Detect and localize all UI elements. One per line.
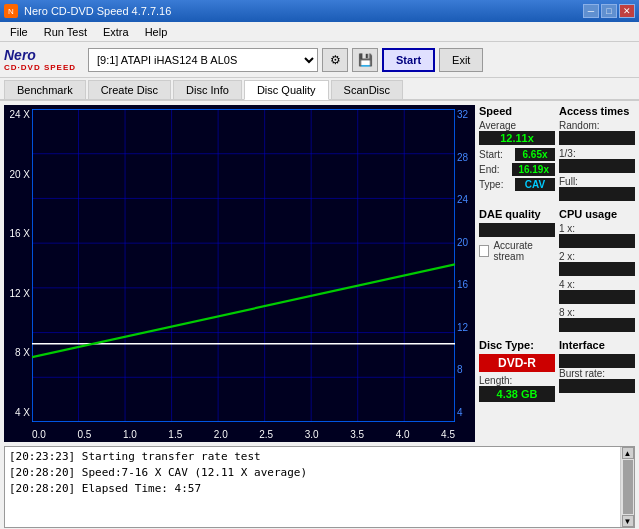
cpu-4x-label: 4 x: [559,279,635,290]
side-panel: Speed Average 12.11x Start: 6.65x End: 1… [479,101,639,446]
speed-type-label: Type: [479,179,503,190]
cpu-panel: CPU usage 1 x: 2 x: 4 x: 8 x: [559,208,635,335]
chart-canvas [32,109,455,422]
toolbar: Nero CD·DVD SPEED [9:1] ATAPI iHAS124 B … [0,42,639,78]
y-right-8: 8 [457,364,463,375]
accurate-stream-label: Accurate stream [493,240,555,262]
speed-average-value: 12.11x [479,131,555,145]
nero-logo-top: Nero [4,47,36,63]
log-content: [20:23:23] Starting transfer rate test [… [5,447,620,527]
menu-file[interactable]: File [2,24,36,40]
title-bar: N Nero CD-DVD Speed 4.7.7.16 ─ □ ✕ [0,0,639,22]
window-controls: ─ □ ✕ [583,4,635,18]
cpu-8x-label: 8 x: [559,307,635,318]
x-label-45: 4.5 [441,429,455,440]
scroll-down-button[interactable]: ▼ [622,515,634,527]
tab-bar: Benchmark Create Disc Disc Info Disc Qua… [0,78,639,101]
y-label-8: 8 X [15,347,30,358]
speed-access-row: Speed Average 12.11x Start: 6.65x End: 1… [479,105,635,204]
speed-end-label: End: [479,164,500,175]
speed-start-value: 6.65x [515,148,555,161]
accurate-stream-checkbox[interactable] [479,245,489,257]
maximize-button[interactable]: □ [601,4,617,18]
log-scrollbar[interactable]: ▲ ▼ [620,447,634,527]
toolbar-btn-1[interactable]: ⚙ [322,48,348,72]
log-line-2: [20:28:20] Speed:7-16 X CAV (12.11 X ave… [9,465,616,481]
tab-scan-disc[interactable]: ScanDisc [331,80,403,99]
y-label-20: 20 X [9,169,30,180]
interface-panel: Interface Burst rate: [559,339,635,402]
interface-title: Interface [559,339,635,351]
app-icon: N [4,4,18,18]
y-label-4: 4 X [15,407,30,418]
speed-end-value: 16.19x [512,163,555,176]
tab-disc-quality[interactable]: Disc Quality [244,80,329,100]
speed-panel: Speed Average 12.11x Start: 6.65x End: 1… [479,105,555,204]
cpu-4x-bar [559,290,635,304]
scroll-up-button[interactable]: ▲ [622,447,634,459]
y-label-16: 16 X [9,228,30,239]
y-axis-right: 32 28 24 20 16 12 8 4 [455,105,475,422]
chart-svg [32,109,455,422]
tab-benchmark[interactable]: Benchmark [4,80,86,99]
interface-bar [559,354,635,368]
log-area: [20:23:23] Starting transfer rate test [… [4,446,635,528]
x-axis: 0.0 0.5 1.0 1.5 2.0 2.5 3.0 3.5 4.0 4.5 [32,429,455,440]
burst-rate-label: Burst rate: [559,368,635,379]
x-label-25: 2.5 [259,429,273,440]
exit-button[interactable]: Exit [439,48,483,72]
access-onethird-bar [559,159,635,173]
access-panel: Access times Random: 1/3: Full: [559,105,635,204]
disc-length-label: Length: [479,375,555,386]
y-label-12: 12 X [9,288,30,299]
x-label-4: 4.0 [396,429,410,440]
x-label-05: 0.5 [77,429,91,440]
menu-help[interactable]: Help [137,24,176,40]
nero-logo: Nero CD·DVD SPEED [4,47,76,72]
disc-length-value: 4.38 GB [479,386,555,402]
x-label-15: 1.5 [168,429,182,440]
x-label-0: 0.0 [32,429,46,440]
tab-create-disc[interactable]: Create Disc [88,80,171,99]
cpu-2x-label: 2 x: [559,251,635,262]
window-title: Nero CD-DVD Speed 4.7.7.16 [24,5,171,17]
x-label-2: 2.0 [214,429,228,440]
drive-selector[interactable]: [9:1] ATAPI iHAS124 B AL0S [88,48,318,72]
dae-cpu-row: DAE quality Accurate stream CPU usage 1 … [479,208,635,335]
y-right-16: 16 [457,279,468,290]
close-button[interactable]: ✕ [619,4,635,18]
log-line-3: [20:28:20] Elapsed Time: 4:57 [9,481,616,497]
disc-interface-row: Disc Type: DVD-R Length: 4.38 GB Interfa… [479,339,635,402]
menu-run-test[interactable]: Run Test [36,24,95,40]
y-axis-left: 24 X 20 X 16 X 12 X 8 X 4 X [4,105,32,422]
x-label-1: 1.0 [123,429,137,440]
access-full-label: Full: [559,176,635,187]
access-random-bar [559,131,635,145]
disc-panel: Disc Type: DVD-R Length: 4.38 GB [479,339,555,402]
start-button[interactable]: Start [382,48,435,72]
dae-quality-bar [479,223,555,237]
y-right-28: 28 [457,152,468,163]
y-right-24: 24 [457,194,468,205]
access-onethird-label: 1/3: [559,148,635,159]
y-right-20: 20 [457,237,468,248]
main-content: 24 X 20 X 16 X 12 X 8 X 4 X 32 28 24 20 … [0,101,639,446]
scroll-thumb[interactable] [623,460,633,514]
cpu-8x-bar [559,318,635,332]
menu-extra[interactable]: Extra [95,24,137,40]
dae-panel: DAE quality Accurate stream [479,208,555,335]
chart-area: 24 X 20 X 16 X 12 X 8 X 4 X 32 28 24 20 … [4,105,475,442]
speed-type-value: CAV [515,178,555,191]
speed-title: Speed [479,105,555,117]
toolbar-btn-2[interactable]: 💾 [352,48,378,72]
cpu-1x-label: 1 x: [559,223,635,234]
minimize-button[interactable]: ─ [583,4,599,18]
speed-average-label: Average [479,120,555,131]
y-right-12: 12 [457,322,468,333]
access-random-label: Random: [559,120,635,131]
nero-logo-bottom: CD·DVD SPEED [4,63,76,72]
cpu-2x-bar [559,262,635,276]
tab-disc-info[interactable]: Disc Info [173,80,242,99]
svg-rect-18 [32,109,455,422]
access-full-bar [559,187,635,201]
